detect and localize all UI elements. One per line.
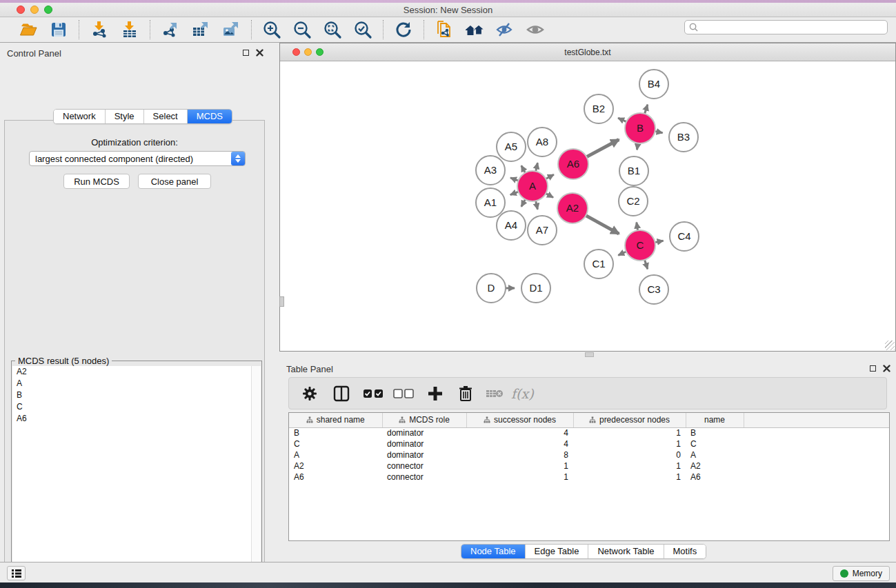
column-header-predecessor-nodes[interactable]: predecessor nodes bbox=[573, 413, 686, 427]
table-cell[interactable]: dominator bbox=[382, 449, 466, 460]
graph-node-C[interactable]: C bbox=[625, 230, 655, 261]
result-item[interactable]: A bbox=[12, 378, 261, 389]
graph-node-A6[interactable]: A6 bbox=[558, 149, 588, 179]
graph-edge-A-A8[interactable] bbox=[536, 163, 538, 171]
result-item[interactable]: A6 bbox=[12, 413, 261, 425]
graph-edge-C-C3[interactable] bbox=[645, 260, 648, 269]
zoom-in-button[interactable] bbox=[261, 19, 282, 40]
tab-motifs[interactable]: Motifs bbox=[664, 545, 706, 558]
graph-edge-B-B3[interactable] bbox=[655, 131, 663, 132]
graph-node-A2[interactable]: A2 bbox=[557, 193, 588, 223]
import-table-button[interactable] bbox=[119, 19, 140, 40]
close-panel-button[interactable]: Close panel bbox=[138, 174, 211, 189]
graph-edge-A-A7[interactable] bbox=[536, 201, 538, 210]
table-cell[interactable]: 4 bbox=[466, 438, 573, 449]
table-cell[interactable]: A bbox=[289, 449, 382, 460]
network-canvas[interactable]: AA1A2A3A4A5A6A7A8BB1B2B3B4CC1C2C3C4DD1 bbox=[280, 61, 895, 351]
graph-edge-A2-C[interactable] bbox=[586, 216, 619, 234]
graph-edge-C-C4[interactable] bbox=[655, 241, 664, 242]
graph-node-B2[interactable]: B2 bbox=[584, 94, 613, 123]
table-cell[interactable]: connector bbox=[382, 460, 466, 472]
save-session-button[interactable] bbox=[48, 19, 69, 40]
graph-node-C3[interactable]: C3 bbox=[639, 275, 668, 304]
graph-node-A1[interactable]: A1 bbox=[476, 188, 505, 217]
table-cell[interactable]: 1 bbox=[573, 427, 686, 438]
tab-network[interactable]: Network bbox=[54, 110, 106, 123]
result-scrollbar[interactable] bbox=[251, 366, 261, 588]
column-header-shared-name[interactable]: shared name bbox=[289, 413, 382, 427]
table-row[interactable]: A2connector11A2 bbox=[289, 460, 889, 472]
delete-table-button[interactable] bbox=[482, 382, 507, 405]
result-item[interactable]: C bbox=[12, 401, 261, 413]
table-row[interactable]: A6connector11A6 bbox=[289, 472, 889, 483]
graph-node-B[interactable]: B bbox=[625, 113, 655, 143]
hide-selection-button[interactable] bbox=[495, 19, 515, 40]
graph-edge-B-B2[interactable] bbox=[618, 118, 626, 122]
tab-edge-table[interactable]: Edge Table bbox=[526, 545, 589, 558]
graph-node-C2[interactable]: C2 bbox=[619, 187, 648, 216]
table-cell[interactable]: dominator bbox=[382, 427, 466, 438]
result-item[interactable]: A2 bbox=[12, 366, 261, 378]
unselect-all-columns-button[interactable] bbox=[391, 382, 416, 405]
tab-node-table[interactable]: Node Table bbox=[461, 545, 526, 558]
table-cell[interactable]: 1 bbox=[573, 438, 686, 449]
column-header-MCDS-role[interactable]: MCDS role bbox=[382, 413, 466, 427]
float-panel-icon[interactable] bbox=[243, 50, 249, 56]
graph-node-B1[interactable]: B1 bbox=[619, 156, 648, 185]
new-network-from-selection-button[interactable] bbox=[434, 19, 455, 40]
table-cell[interactable]: 1 bbox=[466, 460, 573, 472]
graph-node-A[interactable]: A bbox=[517, 171, 548, 201]
graph-edge-A-A2[interactable] bbox=[546, 194, 553, 198]
search-field[interactable] bbox=[684, 20, 888, 34]
graph-edge-B-B1[interactable] bbox=[637, 143, 638, 150]
graph-edge-C-C1[interactable] bbox=[618, 252, 626, 255]
table-cell[interactable]: 0 bbox=[573, 449, 686, 460]
table-cell[interactable]: 1 bbox=[466, 472, 573, 483]
column-header-name[interactable]: name bbox=[686, 413, 744, 427]
table-row[interactable]: Bdominator41B bbox=[289, 427, 889, 438]
column-header-successor-nodes[interactable]: successor nodes bbox=[466, 413, 573, 427]
run-mcds-button[interactable]: Run MCDS bbox=[63, 174, 130, 189]
export-image-button[interactable] bbox=[221, 19, 241, 40]
table-cell[interactable]: A2 bbox=[289, 460, 382, 472]
table-cell[interactable]: B bbox=[289, 427, 382, 438]
show-column-panel-button[interactable] bbox=[329, 382, 354, 405]
graph-node-A4[interactable]: A4 bbox=[497, 211, 526, 240]
table-cell[interactable]: 1 bbox=[573, 472, 686, 483]
table-row[interactable]: Cdominator41C bbox=[289, 438, 889, 449]
horizontal-splitter-handle[interactable] bbox=[585, 352, 594, 357]
graph-node-C4[interactable]: C4 bbox=[670, 222, 699, 251]
open-session-button[interactable] bbox=[18, 19, 39, 40]
graph-edge-A-A3[interactable] bbox=[510, 178, 518, 181]
delete-columns-button[interactable] bbox=[453, 382, 478, 405]
graph-edge-A-A1[interactable] bbox=[510, 192, 519, 195]
show-all-button[interactable] bbox=[525, 19, 546, 40]
table-cell[interactable]: connector bbox=[382, 472, 466, 483]
import-network-button[interactable] bbox=[89, 19, 110, 40]
table-cell[interactable]: C bbox=[289, 438, 382, 449]
graph-edge-A-A6[interactable] bbox=[546, 174, 554, 179]
table-cell[interactable]: A2 bbox=[686, 460, 744, 472]
graph-node-D[interactable]: D bbox=[477, 274, 506, 303]
optimization-criterion-select[interactable]: largest connected component (directed) bbox=[29, 151, 246, 166]
network-window-titlebar[interactable]: testGlobe.txt bbox=[280, 43, 895, 61]
create-column-button[interactable] bbox=[423, 382, 448, 405]
export-network-button[interactable] bbox=[160, 19, 181, 40]
graph-edge-A-A5[interactable] bbox=[521, 165, 526, 173]
table-cell[interactable]: B bbox=[686, 427, 744, 438]
zoom-out-button[interactable] bbox=[292, 19, 312, 40]
table-cell[interactable]: A bbox=[686, 449, 744, 460]
float-table-panel-icon[interactable] bbox=[870, 365, 876, 372]
close-table-panel-icon[interactable] bbox=[883, 365, 890, 372]
graph-node-B4[interactable]: B4 bbox=[639, 70, 668, 99]
graph-node-D1[interactable]: D1 bbox=[521, 274, 550, 303]
table-mode-button[interactable] bbox=[297, 382, 322, 405]
table-cell[interactable]: 4 bbox=[466, 427, 573, 438]
graph-node-B3[interactable]: B3 bbox=[669, 123, 698, 152]
graph-node-A3[interactable]: A3 bbox=[476, 156, 505, 185]
zoom-fit-button[interactable] bbox=[322, 19, 343, 40]
table-cell[interactable]: A6 bbox=[686, 472, 744, 483]
network-window-resize-grip[interactable] bbox=[885, 341, 895, 350]
first-neighbors-button[interactable] bbox=[464, 19, 485, 40]
zoom-selected-button[interactable] bbox=[352, 19, 373, 40]
